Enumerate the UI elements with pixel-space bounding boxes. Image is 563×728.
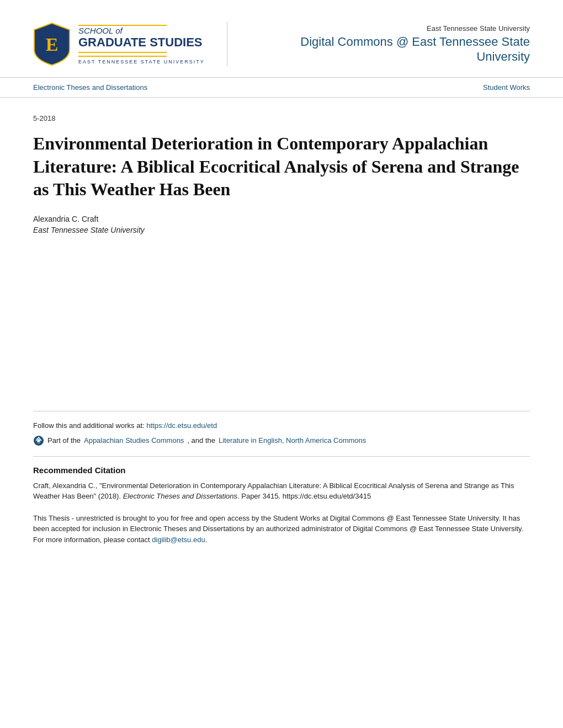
part-of-line: Part of the Appalachian Studies Commons,… <box>33 435 530 446</box>
logo-text: SCHOOL of GRADUATE STUDIES EAST TENNESSE… <box>78 24 205 65</box>
appalachian-link[interactable]: Appalachian Studies Commons <box>84 436 184 445</box>
follow-section: Follow this and additional works at: htt… <box>33 411 530 446</box>
nav-bar: Electronic Theses and Dissertations Stud… <box>0 78 563 98</box>
header: E SCHOOL of GRADUATE STUDIES EAST TENNES… <box>0 0 563 78</box>
dc-link-area: East Tennessee State University Digital … <box>249 24 530 64</box>
nav-etd-link[interactable]: Electronic Theses and Dissertations <box>33 83 147 92</box>
dc-link[interactable]: Digital Commons @ East Tennessee State U… <box>249 35 530 64</box>
citation-text-after: . Paper 3415. https://dc.etsu.edu/etd/34… <box>237 492 371 500</box>
date-line: 5-2018 <box>33 114 530 122</box>
citation-text: Craft, Alexandria C., "Environmental Det… <box>33 480 530 502</box>
gold-lines-bottom <box>78 50 205 57</box>
citation-section: Recommended Citation Craft, Alexandria C… <box>33 456 530 545</box>
article-title: Environmental Deterioration in Contempor… <box>33 132 530 201</box>
follow-text-before: Follow this and additional works at: <box>33 421 146 430</box>
literature-link[interactable]: Literature in English, North America Com… <box>219 436 366 445</box>
follow-link[interactable]: https://dc.etsu.edu/etd <box>146 421 217 430</box>
author-name: Alexandria C. Craft <box>33 215 530 223</box>
nav-student-works-link[interactable]: Student Works <box>483 83 530 92</box>
logo-graduate-studies: GRADUATE STUDIES <box>78 36 205 49</box>
etsu-shield-icon: E <box>33 22 71 66</box>
follow-text: Follow this and additional works at: htt… <box>33 421 530 430</box>
logo-area: E SCHOOL of GRADUATE STUDIES EAST TENNES… <box>33 22 205 66</box>
main-content: 5-2018 Environmental Deterioration in Co… <box>0 98 563 561</box>
access-text-before: This Thesis - unrestricted is brought to… <box>33 514 523 544</box>
part-of-text-before: Part of the <box>47 436 81 445</box>
access-text: This Thesis - unrestricted is brought to… <box>33 513 530 545</box>
citation-italic: Electronic Theses and Dissertations <box>123 492 237 500</box>
author-institution: East Tennessee State University <box>33 226 530 234</box>
bepress-icon <box>33 435 44 446</box>
svg-point-2 <box>38 439 40 442</box>
dc-university-name: East Tennessee State University <box>427 24 530 33</box>
access-email-link[interactable]: digilib@etsu.edu <box>152 536 205 544</box>
logo-university-name: EAST TENNESSEE STATE UNIVERSITY <box>78 59 205 65</box>
header-divider <box>227 22 227 66</box>
part-of-text-middle: , and the <box>187 436 215 445</box>
logo-school-of: SCHOOL of <box>78 26 205 36</box>
access-text-end: . <box>205 536 208 544</box>
svg-text:E: E <box>46 34 59 55</box>
citation-heading: Recommended Citation <box>33 465 530 475</box>
